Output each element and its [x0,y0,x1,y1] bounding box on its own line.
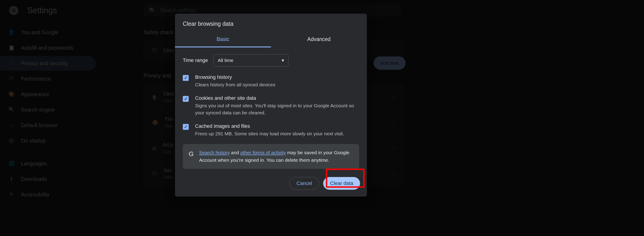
option-title: Cookies and other site data [195,95,359,101]
google-account-info: G Search history and other forms of acti… [183,144,359,169]
checkbox-browsing-history[interactable]: ✓ [183,75,189,81]
option-desc: Clears history from all synced devices [195,81,275,88]
dialog-title: Clear browsing data [175,14,367,32]
option-desc: Frees up 291 MB. Some sites may load mor… [195,130,344,137]
time-range-label: Time range [183,58,208,63]
search-history-link[interactable]: Search history [199,150,230,155]
checkbox-cookies[interactable]: ✓ [183,96,189,102]
tab-advanced[interactable]: Advanced [271,32,367,48]
info-text: and [230,150,240,155]
google-g-icon: G [189,149,194,164]
time-range-value: All time [218,58,233,63]
clear-browsing-data-dialog: Clear browsing data Basic Advanced Time … [175,14,367,196]
time-range-select[interactable]: All time ▾ [213,54,288,66]
checkbox-cached-images[interactable]: ✓ [183,124,189,130]
chevron-down-icon: ▾ [282,58,284,63]
tab-basic[interactable]: Basic [175,32,271,48]
cancel-button[interactable]: Cancel [290,177,319,190]
option-title: Browsing history [195,74,275,80]
clear-data-button[interactable]: Clear data [323,177,360,190]
option-desc: Signs you out of most sites. You'll stay… [195,102,359,116]
other-activity-link[interactable]: other forms of activity [240,150,286,155]
option-title: Cached images and files [195,123,344,129]
